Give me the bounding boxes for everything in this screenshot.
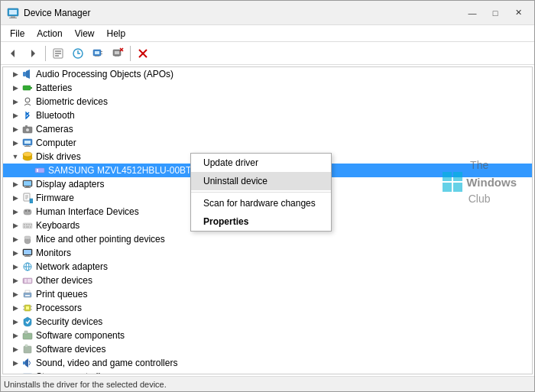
tree-item-monitors[interactable]: ▶ Monitors [3, 246, 532, 260]
svg-rect-23 [23, 72, 26, 76]
bluetooth-label: Bluetooth [36, 110, 75, 121]
tree-item-processors[interactable]: ▶ Processors [3, 301, 532, 315]
svg-rect-53 [24, 224, 25, 225]
minimize-button[interactable]: — [462, 5, 482, 21]
samsung-icon [34, 164, 46, 177]
svg-marker-4 [11, 50, 15, 57]
tree-item-computer[interactable]: ▶ Computer [3, 136, 532, 150]
ctx-properties[interactable]: Properties [191, 212, 331, 231]
svg-rect-75 [25, 295, 30, 296]
forward-button[interactable] [24, 44, 42, 63]
biometric-label: Biometric devices [36, 96, 108, 107]
expand-icon-security: ▶ [9, 316, 21, 328]
update-driver-button[interactable] [69, 44, 87, 63]
tree-item-other-devices[interactable]: ▶ Other devices [3, 274, 532, 287]
tree-item-biometric[interactable]: ▶ Biometric devices [3, 95, 532, 109]
device-manager-window: Device Manager — □ ✕ File Action View He… [0, 0, 535, 392]
expand-icon-bluetooth: ▶ [9, 109, 21, 121]
expand-icon-samsung [21, 164, 34, 177]
other-devices-icon [21, 274, 34, 287]
svg-rect-3 [9, 18, 17, 18]
svg-rect-59 [30, 226, 31, 228]
samsung-label: SAMSUNG MZVL4512HBLU-00BT** [48, 165, 199, 176]
remove-button[interactable] [134, 44, 152, 63]
title-bar: Device Manager — □ ✕ [1, 1, 534, 25]
svg-rect-54 [26, 224, 28, 225]
expand-icon-audio: ▶ [9, 68, 21, 80]
svg-rect-41 [24, 181, 31, 186]
svg-rect-103 [453, 183, 462, 192]
tree-item-storage[interactable]: ▶ Storage controllers [3, 370, 532, 374]
svg-rect-65 [26, 255, 29, 256]
security-icon [21, 316, 34, 328]
expand-icon-processors: ▶ [9, 302, 21, 314]
back-button[interactable] [4, 44, 22, 63]
expand-icon-keyboards: ▶ [9, 219, 21, 232]
menu-help[interactable]: Help [101, 27, 132, 40]
menu-view[interactable]: View [69, 27, 101, 40]
bluetooth-icon [21, 109, 34, 121]
svg-rect-82 [23, 333, 32, 339]
tree-item-print-queues[interactable]: ▶ Print queues [3, 287, 532, 301]
svg-rect-13 [101, 51, 102, 52]
svg-rect-25 [23, 86, 31, 90]
tree-view[interactable]: ▶ Audio Processing Objects (APOs) ▶ Batt… [2, 66, 533, 374]
tree-item-network[interactable]: ▶ Network adapters [3, 260, 532, 274]
svg-rect-86 [23, 361, 25, 364]
computer-icon [21, 137, 34, 149]
tree-item-security[interactable]: ▶ Security devices [3, 315, 532, 329]
maximize-button[interactable]: □ [485, 5, 505, 21]
menu-file[interactable]: File [4, 27, 31, 40]
tree-item-sound[interactable]: ▶ Sound, video and game controllers [3, 356, 532, 370]
ctx-uninstall-device[interactable]: Uninstall device [191, 172, 331, 190]
expand-icon-sw-components: ▶ [9, 329, 21, 342]
processors-label: Processors [36, 303, 82, 313]
menu-action[interactable]: Action [31, 27, 68, 40]
svg-rect-102 [443, 183, 452, 192]
status-text: Uninstalls the driver for the selected d… [4, 380, 167, 389]
tree-item-batteries[interactable]: ▶ Batteries [3, 81, 532, 95]
other-devices-label: Other devices [36, 275, 92, 286]
svg-rect-101 [453, 172, 462, 181]
ctx-update-driver[interactable]: Update driver [191, 154, 331, 172]
show-properties-button[interactable] [49, 44, 67, 63]
svg-rect-71 [24, 279, 27, 283]
title-controls: — □ ✕ [462, 5, 528, 21]
print-icon [21, 288, 34, 300]
tree-item-bluetooth[interactable]: ▶ Bluetooth [3, 109, 532, 122]
expand-icon-display: ▶ [9, 178, 21, 190]
tree-item-cameras[interactable]: ▶ Cameras [3, 122, 532, 136]
hid-label: Human Interface Devices [36, 206, 139, 217]
svg-rect-26 [31, 87, 32, 89]
watermark-line2: Club [442, 193, 517, 205]
network-label: Network adapters [36, 261, 108, 272]
close-button[interactable]: ✕ [508, 5, 528, 21]
scan-hardware-button[interactable] [89, 44, 107, 63]
tree-item-audio[interactable]: ▶ Audio Processing Objects (APOs) [3, 67, 532, 81]
svg-rect-58 [26, 226, 29, 228]
ctx-scan-hardware[interactable]: Scan for hardware changes [191, 194, 331, 212]
uninstall-device-button[interactable] [109, 44, 127, 63]
svg-rect-83 [24, 331, 28, 334]
tree-item-sw-devices[interactable]: ▶ Software devices [3, 342, 532, 356]
tree-item-mice[interactable]: ▶ Mice and other pointing devices [3, 232, 532, 246]
window-title: Device Manager [24, 8, 90, 18]
svg-marker-5 [31, 50, 35, 57]
expand-icon-other-devices: ▶ [9, 274, 21, 287]
tree-item-sw-components[interactable]: ▶ Software components [3, 329, 532, 342]
svg-point-50 [25, 210, 27, 212]
disk-icon [21, 151, 34, 163]
svg-rect-57 [24, 226, 25, 228]
sw-devices-label: Software devices [36, 344, 105, 355]
network-icon [21, 261, 34, 273]
svg-point-27 [25, 98, 30, 102]
monitors-label: Monitors [36, 248, 71, 258]
svg-rect-30 [25, 125, 28, 127]
status-bar: Uninstalls the driver for the selected d… [1, 376, 534, 391]
firmware-label: Firmware [36, 193, 74, 203]
expand-icon-monitors: ▶ [9, 247, 21, 259]
disk-drives-label: Disk drives [36, 151, 81, 162]
watermark-logo: Windows [442, 171, 517, 193]
svg-rect-100 [443, 172, 452, 181]
svg-point-29 [26, 128, 30, 132]
